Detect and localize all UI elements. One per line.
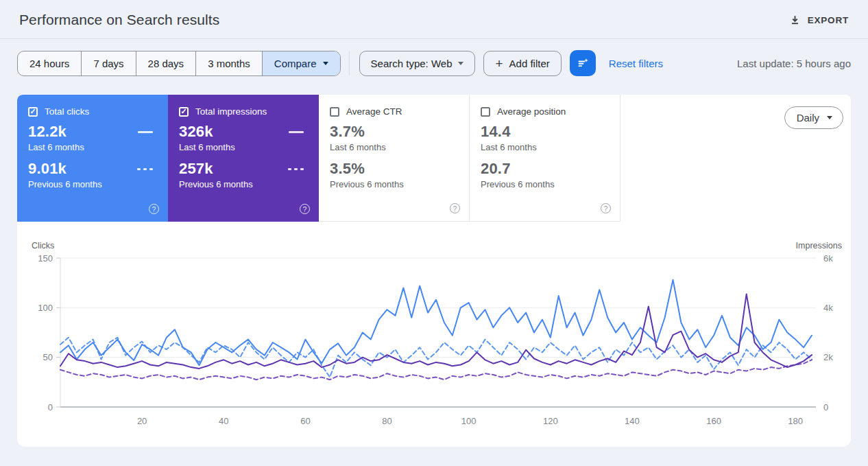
checkbox-checked-icon[interactable]: ✓ <box>28 107 38 117</box>
svg-text:120: 120 <box>543 416 558 426</box>
solid-line-indicator-icon <box>138 131 153 133</box>
help-icon[interactable]: ? <box>601 203 611 213</box>
svg-text:100: 100 <box>461 416 477 426</box>
help-icon[interactable]: ? <box>450 203 460 213</box>
svg-text:180: 180 <box>788 416 803 426</box>
svg-text:Clicks: Clicks <box>32 241 54 251</box>
metric-label: Total impressions <box>195 106 267 117</box>
metric-label: Average position <box>497 106 566 117</box>
svg-text:6k: 6k <box>823 253 833 264</box>
metric-card-total-clicks[interactable]: ✓ Total clicks 12.2k Last 6 months 9.01k… <box>17 95 168 222</box>
date-range-3-months[interactable]: 3 months <box>195 51 262 75</box>
metric-period-previous: Previous 6 months <box>28 179 157 190</box>
metric-value-current: 12.2k <box>28 123 67 141</box>
chevron-down-icon <box>458 62 463 65</box>
filter-tune-button[interactable] <box>570 50 596 76</box>
metric-card-average-position[interactable]: Average position 14.4 Last 6 months 20.7… <box>470 95 620 222</box>
tune-sparkle-icon <box>576 56 590 70</box>
svg-text:50: 50 <box>43 352 53 362</box>
reset-filters-link[interactable]: Reset filters <box>609 58 663 69</box>
metric-value-previous: 9.01k <box>28 160 67 178</box>
metric-period-current: Last 6 months <box>481 142 609 153</box>
metric-value-previous: 257k <box>179 160 213 178</box>
add-filter-label: Add filter <box>509 58 550 69</box>
plus-icon: + <box>495 57 503 70</box>
metric-value-previous: 3.5% <box>330 160 365 178</box>
download-icon <box>789 14 801 26</box>
svg-text:150: 150 <box>38 253 53 264</box>
svg-text:140: 140 <box>625 416 640 426</box>
metric-value-current: 326k <box>179 123 213 141</box>
metric-period-previous: Previous 6 months <box>179 179 308 190</box>
metric-cards-row: ✓ Total clicks 12.2k Last 6 months 9.01k… <box>17 95 851 222</box>
svg-text:80: 80 <box>382 416 391 426</box>
export-button[interactable]: EXPORT <box>789 14 849 26</box>
date-range-segmented-control: 24 hours 7 days 28 days 3 months Compare <box>17 51 341 76</box>
filter-bar-divider <box>349 51 350 75</box>
svg-text:60: 60 <box>300 416 310 426</box>
checkbox-unchecked-icon[interactable] <box>330 107 339 117</box>
metric-period-current: Last 6 months <box>28 142 157 153</box>
svg-text:100: 100 <box>38 303 53 313</box>
help-icon[interactable]: ? <box>149 204 159 214</box>
dashed-line-indicator-icon <box>288 168 304 170</box>
help-icon[interactable]: ? <box>300 204 310 214</box>
last-update-text: Last update: 5 hours ago <box>737 58 851 69</box>
metric-value-previous: 20.7 <box>481 160 511 178</box>
export-label: EXPORT <box>808 15 849 25</box>
svg-text:40: 40 <box>219 416 228 426</box>
svg-text:0: 0 <box>823 402 828 412</box>
date-range-24-hours[interactable]: 24 hours <box>18 51 81 75</box>
performance-panel: ✓ Total clicks 12.2k Last 6 months 9.01k… <box>17 95 851 447</box>
metric-label: Total clicks <box>45 106 89 117</box>
page-title: Performance on Search results <box>19 12 219 28</box>
metric-label: Average CTR <box>346 106 402 117</box>
date-range-compare[interactable]: Compare <box>262 51 340 75</box>
metric-period-previous: Previous 6 months <box>481 179 609 190</box>
svg-text:Impressions: Impressions <box>796 241 842 251</box>
svg-text:0: 0 <box>48 402 53 412</box>
metric-value-current: 3.7% <box>330 123 365 141</box>
page-header: Performance on Search results EXPORT <box>0 0 868 38</box>
date-range-28-days[interactable]: 28 days <box>136 51 196 75</box>
dashed-line-indicator-icon <box>137 168 153 170</box>
performance-line-chart[interactable]: 1506k1004k502k0020406080100120140160180C… <box>17 222 851 447</box>
filter-bar: 24 hours 7 days 28 days 3 months Compare… <box>17 50 851 76</box>
metric-period-current: Last 6 months <box>179 142 308 153</box>
date-range-7-days[interactable]: 7 days <box>81 51 135 75</box>
metric-value-current: 14.4 <box>481 123 511 141</box>
solid-line-indicator-icon <box>289 131 304 133</box>
chevron-down-icon <box>827 116 832 119</box>
add-filter-button[interactable]: + Add filter <box>483 51 561 76</box>
checkbox-checked-icon[interactable]: ✓ <box>179 107 189 117</box>
granularity-dropdown[interactable]: Daily <box>784 106 843 129</box>
svg-text:4k: 4k <box>823 303 833 313</box>
svg-text:20: 20 <box>137 416 147 426</box>
metric-period-previous: Previous 6 months <box>330 179 458 190</box>
metric-card-average-ctr[interactable]: Average CTR 3.7% Last 6 months 3.5% Prev… <box>319 95 470 222</box>
checkbox-unchecked-icon[interactable] <box>481 107 490 117</box>
svg-text:2k: 2k <box>823 352 833 362</box>
metric-card-total-impressions[interactable]: ✓ Total impressions 326k Last 6 months 2… <box>168 95 319 222</box>
metric-period-current: Last 6 months <box>330 142 458 153</box>
header-divider <box>0 38 868 39</box>
search-type-dropdown[interactable]: Search type: Web <box>359 51 476 76</box>
search-type-label: Search type: Web <box>371 58 453 69</box>
compare-label: Compare <box>274 58 317 69</box>
chevron-down-icon <box>323 62 328 65</box>
svg-text:160: 160 <box>706 416 721 426</box>
granularity-label: Daily <box>797 112 819 124</box>
